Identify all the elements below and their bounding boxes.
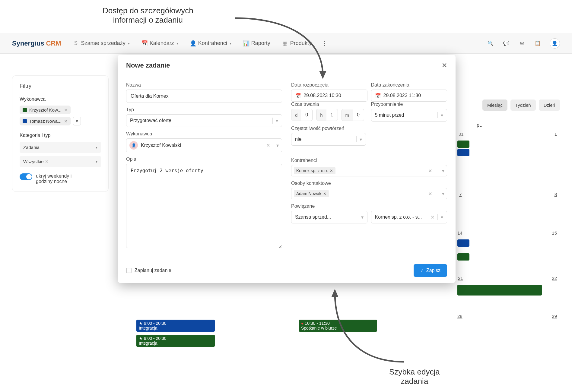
clear-icon[interactable]: ✕ bbox=[266, 143, 270, 148]
chevron-down-icon: ▾ bbox=[442, 168, 444, 174]
calendar-day-number: 14 bbox=[457, 230, 462, 236]
input-data-end[interactable]: 📅 29.08.2023 11:30 bbox=[371, 90, 447, 102]
expand-wykonawcy[interactable]: ▾ bbox=[73, 117, 81, 125]
nav-kalendarz[interactable]: 📅 Kalendarz ▾ bbox=[142, 40, 178, 46]
tag-label: Kornex sp. z o.o. bbox=[296, 168, 328, 173]
label-wykonawca: Wykonawca bbox=[126, 131, 282, 137]
chip-remove-icon[interactable]: ✕ bbox=[45, 159, 49, 164]
chevron-down-icon: ▾ bbox=[96, 160, 97, 164]
label-typ: Typ bbox=[126, 107, 282, 112]
calendar-event-integracja-1[interactable]: ★ 9:00 - 20:30 Integracja bbox=[136, 320, 215, 332]
search-icon[interactable]: 🔍 bbox=[487, 40, 494, 47]
duration-unit-label: d bbox=[291, 109, 301, 121]
input-nazwa[interactable] bbox=[126, 90, 282, 103]
view-day-button[interactable]: Dzień bbox=[539, 100, 560, 111]
event-title: Spotkanie w biurze bbox=[301, 326, 337, 330]
tag-label: Adam Nowak bbox=[296, 191, 321, 196]
chip-remove-icon[interactable]: ✕ bbox=[64, 119, 68, 124]
modal-title: Nowe zadanie bbox=[126, 62, 170, 69]
clear-icon[interactable]: ✕ bbox=[428, 168, 432, 174]
chip-remove-icon[interactable]: ✕ bbox=[64, 108, 68, 112]
grid-icon: ▦ bbox=[282, 41, 288, 46]
calendar-event-spotkanie[interactable]: ● 10:30 - 11:30 Spotkanie w biurze bbox=[299, 320, 377, 332]
view-month-button[interactable]: Miesiąc bbox=[482, 100, 507, 111]
label-osoby: Osoby kontaktowe bbox=[291, 181, 447, 186]
select-przypomnienie[interactable]: 5 minut przed ▾ bbox=[371, 109, 447, 122]
duration-days[interactable]: d 0 bbox=[291, 109, 313, 121]
calendar-event[interactable] bbox=[457, 253, 469, 261]
chevron-down-icon: ▾ bbox=[441, 214, 443, 220]
avatar-icon: 👤 bbox=[129, 141, 138, 150]
select-value: Zadania bbox=[23, 145, 40, 150]
duration-value: 1 bbox=[326, 109, 338, 121]
label-data-end: Data zakończenia bbox=[371, 82, 447, 88]
filter-chip-wykonawca-1[interactable]: Krzysztof Kow... ✕ bbox=[20, 106, 71, 114]
mail-icon[interactable]: ✉ bbox=[518, 40, 526, 47]
star-icon: ★ bbox=[139, 336, 143, 341]
topbar: Synergius CRM $ Szanse sprzedaży ▾ 📅 Kal… bbox=[0, 33, 572, 54]
event-title: Integracja bbox=[139, 326, 157, 330]
filter-chip-wykonawca-2[interactable]: Tomasz Nowa... ✕ bbox=[20, 117, 71, 125]
annotation-bottom: Szybka edycja zadania bbox=[389, 367, 440, 386]
chevron-down-icon: ▾ bbox=[276, 143, 279, 148]
calendar-day-number: 31 bbox=[459, 131, 464, 137]
duration-minutes[interactable]: m 0 bbox=[342, 109, 364, 121]
select-wykonawca[interactable]: 👤 Krzysztof Kowalski ✕ ▾ bbox=[126, 138, 282, 152]
calendar-event-integracja-2[interactable]: ★ 9:00 - 20:30 Integracja bbox=[136, 335, 215, 347]
filter-kategoria-select[interactable]: Zadania ▾ bbox=[20, 142, 101, 153]
textarea-opis[interactable] bbox=[126, 164, 282, 248]
duration-hours[interactable]: h 1 bbox=[316, 109, 338, 121]
label-czas: Czas trwania bbox=[291, 102, 367, 107]
tag-remove-icon[interactable]: ✕ bbox=[323, 191, 326, 196]
clear-icon[interactable]: ✕ bbox=[428, 191, 432, 197]
select-typ[interactable]: Przygotować ofertę ▾ bbox=[126, 114, 282, 127]
select-osoby[interactable]: Adam Nowak ✕ ✕ ▾ bbox=[291, 188, 447, 199]
calendar-event[interactable] bbox=[457, 285, 542, 296]
chevron-down-icon: ▾ bbox=[360, 137, 362, 142]
nav-szanse-label: Szanse sprzedaży bbox=[81, 40, 126, 46]
select-powiazane-type[interactable]: Szansa sprzed... ▾ bbox=[291, 211, 367, 223]
save-button[interactable]: ✓ Zapisz bbox=[414, 264, 447, 277]
chevron-down-icon: ▾ bbox=[442, 191, 444, 197]
nav-raporty[interactable]: 📊 Raporty bbox=[243, 40, 270, 46]
event-time: 10:30 - 11:30 bbox=[305, 321, 330, 326]
new-task-modal: Nowe zadanie ✕ Nazwa Typ Przygotować ofe… bbox=[118, 55, 456, 283]
select-powiazane-value[interactable]: Kornex sp. z o.o. - s... ✕▾ bbox=[371, 211, 447, 223]
calendar-icon: 📅 bbox=[375, 93, 380, 98]
nav-more[interactable] bbox=[324, 41, 325, 46]
select-kontrahenci[interactable]: Kornex sp. z o.o. ✕ ✕ ▾ bbox=[291, 165, 447, 176]
duration-unit-label: h bbox=[316, 109, 326, 121]
clipboard-icon[interactable]: 📋 bbox=[534, 40, 541, 47]
save-button-label: Zapisz bbox=[426, 268, 440, 273]
select-value: 5 minut przed bbox=[375, 112, 404, 118]
filter-wszystkie-select[interactable]: Wszystkie ✕ ▾ bbox=[20, 156, 101, 167]
clear-icon[interactable]: ✕ bbox=[431, 214, 434, 220]
select-czestotliwosc[interactable]: nie ▾ bbox=[291, 133, 366, 146]
toggle-label: ukryj weekendy i godziny nocne bbox=[36, 173, 72, 184]
calendar-event[interactable] bbox=[457, 141, 469, 148]
nav-szanse[interactable]: $ Szanse sprzedaży ▾ bbox=[73, 40, 130, 46]
tag-remove-icon[interactable]: ✕ bbox=[330, 169, 333, 173]
nav-kontrahenci[interactable]: 👤 Kontrahenci ▾ bbox=[190, 40, 231, 46]
calendar-day-number: 15 bbox=[552, 230, 557, 236]
nav-produkty[interactable]: ▦ Produkty bbox=[282, 40, 312, 46]
view-week-button[interactable]: Tydzień bbox=[510, 100, 536, 111]
date-value: 29.08.2023 11:30 bbox=[383, 93, 421, 98]
checkbox-label: Zaplanuj zadanie bbox=[135, 268, 171, 273]
calendar-event[interactable] bbox=[457, 239, 469, 247]
calendar-event[interactable] bbox=[457, 149, 469, 156]
chat-icon[interactable]: 💬 bbox=[503, 40, 510, 47]
calendar-view-switcher: Miesiąc Tydzień Dzień bbox=[482, 100, 560, 111]
calendar-day-number: 29 bbox=[552, 314, 557, 319]
wykonawca-name: Krzysztof Kowalski bbox=[141, 143, 263, 148]
checkbox-zaplanuj[interactable] bbox=[126, 268, 132, 273]
calendar-day-number: 22 bbox=[552, 276, 557, 281]
avatar[interactable]: 👤 bbox=[550, 38, 560, 49]
calendar-day-number: 21 bbox=[458, 276, 463, 281]
close-icon[interactable]: ✕ bbox=[442, 62, 447, 69]
toggle-hide-weekends[interactable] bbox=[20, 173, 32, 180]
input-data-start[interactable]: 📅 29.08.2023 10:30 bbox=[291, 90, 367, 102]
date-value: 29.08.2023 10:30 bbox=[303, 93, 341, 98]
calendar-day-number: 8 bbox=[555, 192, 557, 197]
select-value: Wszystkie bbox=[23, 159, 44, 164]
